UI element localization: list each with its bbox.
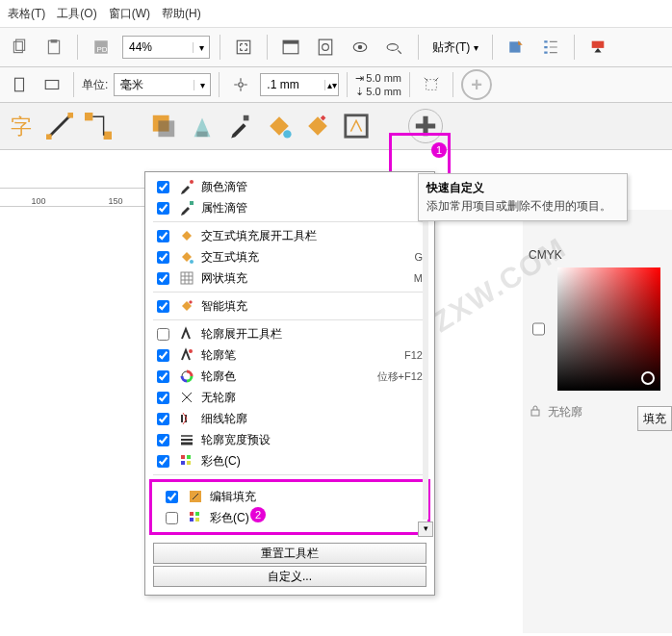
item-checkbox[interactable] [157,413,169,425]
annotation-box-2: 编辑填充彩色(C) 2 [149,479,430,535]
unit-input[interactable] [115,78,194,91]
preview-dropdown-icon[interactable] [381,34,408,61]
menu-table[interactable]: 表格(T) [8,6,45,22]
view-icon-1[interactable] [277,34,304,61]
transparency-tool-icon[interactable] [189,113,216,140]
item-checkbox[interactable] [157,251,169,264]
edit-fill-icon [187,488,204,505]
customize-item[interactable]: 轮廓宽度预设 [145,429,434,450]
menu-tools[interactable]: 工具(O) [57,6,96,22]
color-lock-checkbox[interactable] [532,268,545,390]
outline-tool-icon[interactable] [343,113,370,140]
launch-icon-1[interactable] [503,34,530,61]
customize-item[interactable]: 彩色(C) [145,450,434,471]
svg-rect-32 [190,201,194,205]
svg-rect-17 [45,81,59,89]
pdf-icon[interactable]: PDF [88,34,115,61]
color-marker-icon[interactable] [584,34,611,61]
scroll-down-icon[interactable]: ▾ [418,522,433,537]
paste-icon[interactable] [40,34,67,61]
shadow-tool-icon[interactable] [150,113,177,140]
bounding-box-icon[interactable] [418,71,445,98]
customize-item[interactable]: 编辑填充 [154,486,426,507]
svg-rect-44 [190,512,194,516]
options-icon[interactable] [537,34,564,61]
ruler: 100 150 [0,188,154,207]
svg-point-10 [323,44,329,51]
item-checkbox[interactable] [157,392,169,404]
customize-item[interactable]: 网状填充M [145,267,434,289]
item-checkbox[interactable] [157,455,169,468]
zoom-combo[interactable]: ▾ [122,36,210,59]
zoom-input[interactable] [123,40,193,54]
customize-item[interactable]: 无轮廓 [145,387,434,408]
customize-item[interactable]: 轮廓展开工具栏 [145,323,434,344]
customize-item[interactable]: 交互式填充展开工具栏 [145,225,434,246]
svg-point-33 [190,260,194,264]
smart-fill-icon[interactable] [304,113,331,140]
item-checkbox[interactable] [157,272,169,285]
ruler-tick: 100 [31,196,45,206]
copy-icon[interactable] [6,34,33,61]
customize-item[interactable]: 交互式填充G [145,246,434,267]
item-checkbox[interactable] [157,349,169,362]
item-checkbox[interactable] [157,300,169,313]
text-tool-icon[interactable]: 字 [8,113,35,140]
eyedropper-tool-icon[interactable] [227,113,254,140]
portrait-icon[interactable] [6,71,33,98]
mesh-fill-icon [178,269,195,287]
item-checkbox[interactable] [166,491,178,503]
annotation-badge-2: 2 [250,507,266,522]
view-icon-2[interactable] [312,34,339,61]
reset-toolbar-button[interactable]: 重置工具栏 [153,543,426,564]
chevron-down-icon: ▾ [474,42,478,53]
fill-button[interactable]: 填充 [637,406,672,431]
nudge-combo[interactable]: ▴▾ [260,73,339,96]
fullscreen-icon[interactable] [230,34,257,61]
item-checkbox[interactable] [157,370,169,383]
item-checkbox[interactable] [157,202,169,215]
preview-icon[interactable] [347,34,374,61]
menu-window[interactable]: 窗口(W) [109,6,150,22]
svg-point-13 [387,44,398,51]
item-checkbox[interactable] [157,434,169,446]
item-checkbox[interactable] [157,230,169,242]
spinner-icon[interactable]: ▴▾ [324,80,338,90]
item-checkbox[interactable] [166,512,178,524]
customize-item[interactable]: 彩色(C) [154,507,426,528]
customize-item[interactable]: 轮廓色位移+F12 [145,366,434,387]
landscape-icon[interactable] [39,71,65,98]
item-label: 轮廓宽度预设 [201,432,426,448]
add-button[interactable]: + [461,69,492,100]
customize-item[interactable]: 轮廓笔F12 [145,344,434,366]
panel-scrollbar[interactable]: ▴ ▾ [419,180,432,537]
annotation-badge-1: 1 [431,142,447,158]
color-area[interactable] [557,267,660,391]
menu-help[interactable]: 帮助(H) [162,6,201,22]
color-model-label[interactable]: CMYK [523,244,672,266]
separator [574,35,575,60]
item-label: 彩色(C) [210,510,418,526]
interactive-fill-icon[interactable] [266,113,293,140]
customize-item[interactable]: 颜色滴管 [145,176,434,197]
customize-item[interactable]: 细线轮廓 [145,408,434,429]
dimension-tool-icon[interactable] [46,113,73,140]
scroll-track[interactable] [423,197,428,520]
item-checkbox[interactable] [157,328,169,341]
snap-label: 贴齐(T) [432,39,470,56]
unit-combo[interactable]: ▾ [114,73,211,96]
connector-tool-icon[interactable] [85,113,112,140]
zoom-dropdown-icon[interactable]: ▾ [193,42,209,53]
customize-button[interactable]: 自定义... [153,566,426,587]
customize-item[interactable]: 属性滴管 [145,197,434,218]
tooltip-body: 添加常用项目或删除不使用的项目。 [426,198,619,215]
nudge-input[interactable] [261,78,324,91]
customize-item[interactable]: 智能填充 [145,295,434,317]
duplicate-distance: ⇥5.0 mm ⇣5.0 mm [355,71,401,98]
separator [452,72,453,97]
svg-text:PDF: PDF [97,45,111,54]
snap-dropdown[interactable]: 贴齐(T) ▾ [428,37,482,58]
item-checkbox[interactable] [157,181,169,193]
svg-rect-37 [181,415,183,422]
chevron-down-icon[interactable]: ▾ [194,80,210,90]
